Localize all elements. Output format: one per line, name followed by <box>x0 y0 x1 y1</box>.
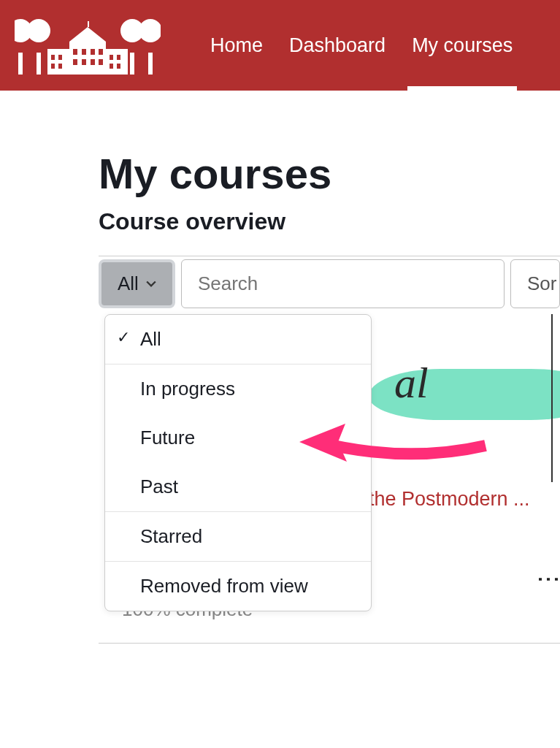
svg-rect-14 <box>82 49 86 55</box>
svg-point-5 <box>27 19 50 42</box>
filter-option-all[interactable]: All <box>105 315 371 364</box>
course-area: al the Postmodern ... ⋮ 100% complete Al… <box>99 314 560 621</box>
divider <box>99 256 560 256</box>
filter-option-starred[interactable]: Starred <box>105 512 371 561</box>
section-title: Course overview <box>99 208 560 235</box>
search-input[interactable] <box>181 259 505 308</box>
nav-my-courses[interactable]: My courses <box>412 0 513 91</box>
svg-rect-17 <box>73 59 77 65</box>
svg-rect-26 <box>117 55 120 60</box>
svg-rect-24 <box>58 64 62 69</box>
chevron-down-icon <box>146 279 156 289</box>
main-nav: Home Dashboard My courses <box>210 0 513 91</box>
filter-option-future[interactable]: Future <box>105 413 371 462</box>
svg-marker-9 <box>69 27 106 42</box>
svg-rect-1 <box>37 53 41 75</box>
decorative-line <box>551 314 553 482</box>
logo-icon <box>15 12 161 78</box>
svg-rect-22 <box>58 55 62 60</box>
sort-button[interactable]: Sor <box>510 259 560 308</box>
nav-home[interactable]: Home <box>210 0 263 91</box>
divider-bottom <box>99 643 560 644</box>
svg-rect-0 <box>18 53 23 75</box>
svg-rect-15 <box>91 49 95 55</box>
nav-dashboard[interactable]: Dashboard <box>289 0 386 91</box>
svg-rect-8 <box>69 42 106 75</box>
app-header: Home Dashboard My courses <box>0 0 560 91</box>
svg-rect-19 <box>91 59 95 65</box>
svg-rect-27 <box>110 64 113 69</box>
svg-rect-18 <box>82 59 86 65</box>
filter-option-removed[interactable]: Removed from view <box>105 562 371 611</box>
filter-dropdown-menu: All In progress Future Past Starred Remo… <box>104 314 372 611</box>
svg-rect-13 <box>73 49 77 55</box>
more-icon[interactable]: ⋮ <box>535 568 560 589</box>
filter-option-past[interactable]: Past <box>105 462 371 511</box>
svg-rect-3 <box>148 53 153 75</box>
course-controls: All Sor <box>99 259 560 308</box>
decorative-script: al <box>394 358 429 408</box>
page-title: My courses <box>99 149 560 198</box>
filter-dropdown-button[interactable]: All <box>99 259 175 308</box>
school-logo <box>15 12 161 78</box>
svg-rect-2 <box>130 53 134 75</box>
filter-label: All <box>118 272 139 295</box>
svg-rect-28 <box>117 64 120 69</box>
page-content: My courses Course overview All Sor al th… <box>0 91 560 644</box>
svg-rect-23 <box>51 64 55 69</box>
svg-rect-21 <box>51 55 55 60</box>
svg-rect-20 <box>99 59 103 65</box>
svg-rect-12 <box>106 49 128 75</box>
svg-rect-11 <box>47 49 69 75</box>
svg-rect-10 <box>88 21 89 27</box>
filter-option-in-progress[interactable]: In progress <box>105 365 371 413</box>
svg-rect-16 <box>99 49 103 55</box>
svg-rect-25 <box>110 55 113 60</box>
svg-point-7 <box>139 19 161 42</box>
